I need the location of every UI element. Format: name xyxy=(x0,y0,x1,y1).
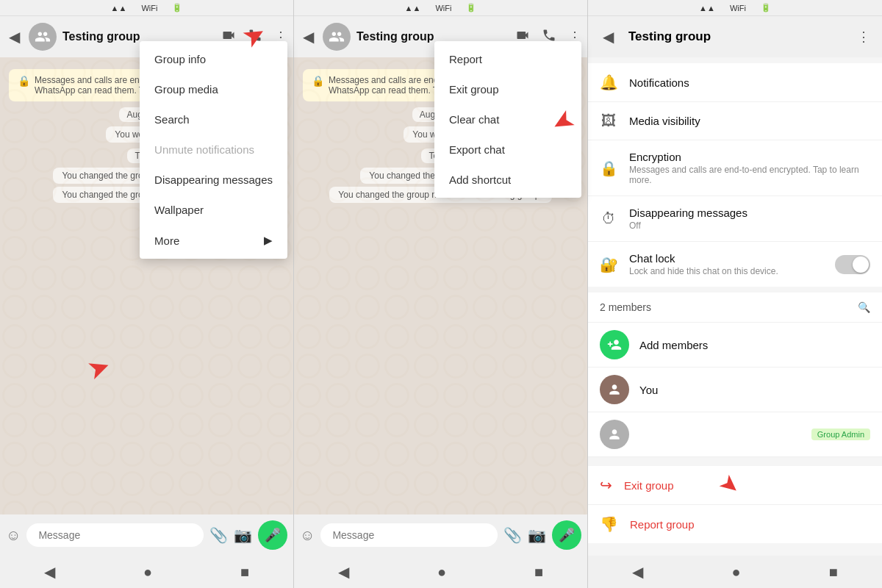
encryption-row[interactable]: 🔒 Encryption Messages and calls are end-… xyxy=(588,140,882,196)
image-icon: 🖼 xyxy=(600,112,617,129)
nav-home-3[interactable]: ● xyxy=(731,564,740,581)
battery-icon: 🔋 xyxy=(172,3,182,12)
nav-bar-2: ◀ ● ■ xyxy=(294,556,587,588)
nav-back-1[interactable]: ◀ xyxy=(44,563,55,581)
nav-square-2[interactable]: ■ xyxy=(534,564,543,581)
back-button-1[interactable]: ◀ xyxy=(6,25,23,49)
notifications-row[interactable]: 🔔 Notifications xyxy=(588,63,882,102)
menu-item-report[interactable]: Report xyxy=(434,44,581,74)
chevron-right-icon: ▶ xyxy=(264,234,273,247)
menu-item-disappearing[interactable]: Disappearing messages xyxy=(140,165,287,195)
nav-home-2[interactable]: ● xyxy=(437,564,446,581)
chat-lock-content: Chat lock Lock and hide this chat on thi… xyxy=(629,252,823,276)
admin-badge: Group Admin xyxy=(811,429,870,440)
nav-square-3[interactable]: ■ xyxy=(829,564,838,581)
signal-icon: ▲▲ xyxy=(111,4,127,12)
menu-item-group-media[interactable]: Group media xyxy=(140,74,287,104)
info-header: ◀ Testing group ⋮ xyxy=(588,16,882,57)
exit-group-row[interactable]: ↪ Exit group xyxy=(588,466,882,504)
menu-item-export-chat[interactable]: Export chat xyxy=(434,135,581,165)
signal-icon-3: ▲▲ xyxy=(699,4,715,12)
report-group-label: Report group xyxy=(630,518,695,531)
group-avatar-2 xyxy=(323,23,351,51)
attach-button-2[interactable]: 📎 xyxy=(503,526,522,544)
encryption-title: Encryption xyxy=(629,151,870,163)
chat-lock-row[interactable]: 🔐 Chat lock Lock and hide this chat on t… xyxy=(588,242,882,287)
menu-item-add-shortcut[interactable]: Add shortcut xyxy=(434,165,581,195)
menu-item-unmute[interactable]: Unmute notifications xyxy=(140,135,287,165)
lock-icon-3: 🔒 xyxy=(600,159,617,177)
emoji-button-1[interactable]: ☺ xyxy=(6,527,21,544)
media-content: Media visibility xyxy=(629,115,870,127)
signal-icon-2: ▲▲ xyxy=(405,4,421,12)
info-title: Testing group xyxy=(628,29,845,44)
panel-2: ▲▲ WiFi 🔋 ◀ Testing group ⋮ 🔒 Messages a… xyxy=(294,0,588,588)
nav-home-1[interactable]: ● xyxy=(143,564,152,581)
dropdown-menu-1: Group info Group media Search Unmute not… xyxy=(140,41,287,259)
panel-3: ▲▲ WiFi 🔋 ◀ Testing group ⋮ 🔔 Notificati… xyxy=(588,0,882,588)
group-avatar-1 xyxy=(29,23,57,51)
exit-group-label: Exit group xyxy=(624,479,674,492)
menu-item-group-info[interactable]: Group info xyxy=(140,44,287,74)
notifications-content: Notifications xyxy=(629,76,870,89)
back-button-3[interactable]: ◀ xyxy=(600,25,617,49)
bell-icon: 🔔 xyxy=(600,74,617,91)
status-bar-2: ▲▲ WiFi 🔋 xyxy=(294,0,587,16)
nav-bar-3: ◀ ● ■ xyxy=(588,556,882,588)
message-input-2[interactable] xyxy=(320,523,498,547)
nav-back-3[interactable]: ◀ xyxy=(632,563,643,581)
disappearing-title: Disappearing messages xyxy=(629,207,870,219)
attach-button-1[interactable]: 📎 xyxy=(209,526,228,544)
notifications-title: Notifications xyxy=(629,76,870,89)
wifi-icon-3: WiFi xyxy=(730,4,746,12)
member-you-row[interactable]: You xyxy=(588,368,882,412)
camera-button-2[interactable]: 📷 xyxy=(528,526,546,544)
back-button-2[interactable]: ◀ xyxy=(300,25,317,49)
message-input-1[interactable] xyxy=(26,523,204,547)
timer-icon: ⏱ xyxy=(600,210,617,227)
disappearing-content: Disappearing messages Off xyxy=(629,207,870,231)
admin-member-row[interactable]: Group Admin xyxy=(588,412,882,457)
input-bar-1: ☺ 📎 📷 🎤 xyxy=(0,514,293,556)
you-avatar xyxy=(600,375,629,404)
exit-group-icon: ↪ xyxy=(600,476,612,494)
settings-section: 🔔 Notifications 🖼 Media visibility 🔒 Enc… xyxy=(588,63,882,287)
menu-item-exit-group[interactable]: Exit group xyxy=(434,74,581,104)
nav-back-2[interactable]: ◀ xyxy=(338,563,349,581)
menu-item-search[interactable]: Search xyxy=(140,104,287,135)
emoji-button-2[interactable]: ☺ xyxy=(300,527,315,544)
search-members-icon[interactable]: 🔍 xyxy=(858,301,870,313)
encryption-content: Encryption Messages and calls are end-to… xyxy=(629,151,870,185)
menu-item-clear-chat[interactable]: Clear chat xyxy=(434,104,581,135)
media-visibility-row[interactable]: 🖼 Media visibility xyxy=(588,102,882,140)
members-count: 2 members xyxy=(600,301,651,313)
add-members-row[interactable]: Add members xyxy=(588,323,882,368)
you-label: You xyxy=(639,384,870,396)
admin-avatar xyxy=(600,420,629,449)
battery-icon-2: 🔋 xyxy=(466,3,476,12)
wifi-icon: WiFi xyxy=(141,4,157,12)
chat-lock-title: Chat lock xyxy=(629,252,823,265)
camera-button-1[interactable]: 📷 xyxy=(234,526,252,544)
more-button-3[interactable]: ⋮ xyxy=(857,29,870,45)
media-title: Media visibility xyxy=(629,115,870,127)
members-header: 2 members 🔍 xyxy=(588,293,882,323)
padlock-icon: 🔐 xyxy=(600,256,617,273)
nav-square-1[interactable]: ■ xyxy=(240,564,249,581)
menu-item-wallpaper[interactable]: Wallpaper xyxy=(140,195,287,225)
disappearing-row[interactable]: ⏱ Disappearing messages Off xyxy=(588,196,882,242)
menu-item-more[interactable]: More ▶ xyxy=(140,225,287,256)
add-members-label: Add members xyxy=(639,339,870,351)
send-button-2[interactable]: 🎤 xyxy=(552,520,581,550)
chat-lock-toggle[interactable] xyxy=(835,255,870,274)
dropdown-menu-2: Report Exit group Clear chat Export chat… xyxy=(434,41,581,198)
disappearing-subtitle: Off xyxy=(629,220,870,231)
add-members-avatar xyxy=(600,330,629,359)
status-bar-1: ▲▲ WiFi 🔋 xyxy=(0,0,293,16)
panel-1: ▲▲ WiFi 🔋 ◀ Testing group ⋮ 🔒 Messages a… xyxy=(0,0,294,588)
report-group-row[interactable]: 👎 Report group xyxy=(588,504,882,543)
send-button-1[interactable]: 🎤 xyxy=(258,520,287,550)
nav-bar-1: ◀ ● ■ xyxy=(0,556,293,588)
lock-icon-1: 🔒 xyxy=(18,75,30,87)
input-bar-2: ☺ 📎 📷 🎤 xyxy=(294,514,587,556)
